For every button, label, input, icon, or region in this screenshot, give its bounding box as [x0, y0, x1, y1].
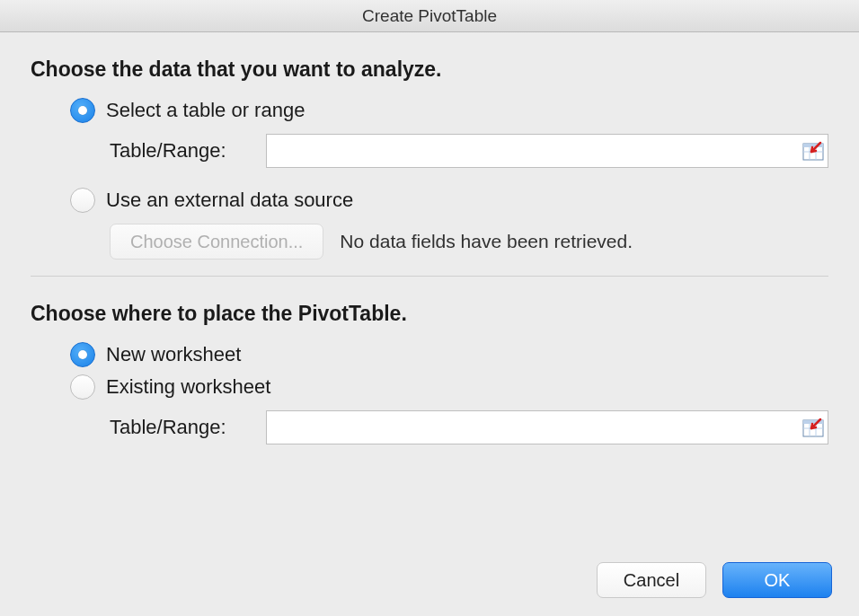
- label-table-range-source: Table/Range:: [110, 139, 253, 163]
- field-row-table-range-dest: Table/Range:: [110, 410, 828, 444]
- radio-label-external-source: Use an external data source: [106, 189, 353, 212]
- radio-label-new-worksheet: New worksheet: [106, 343, 241, 366]
- field-row-table-range-source: Table/Range:: [110, 134, 828, 168]
- section-choose-location: Choose where to place the PivotTable. Ne…: [31, 302, 828, 444]
- radio-new-worksheet[interactable]: [70, 342, 95, 367]
- input-table-range-dest[interactable]: [267, 411, 802, 444]
- radio-label-select-range: Select a table or range: [106, 99, 305, 122]
- section-divider: [31, 276, 828, 277]
- dialog-content: Choose the data that you want to analyze…: [0, 32, 859, 444]
- radio-existing-worksheet[interactable]: [70, 374, 95, 400]
- heading-choose-location: Choose where to place the PivotTable.: [31, 302, 828, 326]
- collapse-dialog-icon[interactable]: [802, 141, 824, 161]
- input-table-range-source[interactable]: [267, 135, 802, 167]
- radio-row-new-worksheet[interactable]: New worksheet: [70, 342, 828, 367]
- status-no-data-fields: No data fields have been retrieved.: [340, 231, 633, 252]
- input-wrap-table-range-dest: [266, 410, 828, 444]
- choose-connection-button: Choose Connection...: [110, 224, 323, 260]
- input-wrap-table-range-source: [266, 134, 828, 168]
- radio-label-existing-worksheet: Existing worksheet: [106, 375, 270, 399]
- radio-row-existing-worksheet[interactable]: Existing worksheet: [70, 374, 828, 400]
- section-choose-data: Choose the data that you want to analyze…: [31, 57, 828, 260]
- heading-choose-data: Choose the data that you want to analyze…: [31, 57, 828, 82]
- label-table-range-dest: Table/Range:: [110, 416, 253, 439]
- ok-button[interactable]: OK: [722, 562, 832, 598]
- dialog-titlebar: Create PivotTable: [0, 0, 859, 32]
- collapse-dialog-icon[interactable]: [802, 418, 824, 437]
- cancel-button[interactable]: Cancel: [597, 562, 706, 598]
- radio-external-source[interactable]: [70, 188, 95, 213]
- radio-row-select-range[interactable]: Select a table or range: [70, 98, 828, 123]
- row-choose-connection: Choose Connection... No data fields have…: [110, 224, 828, 260]
- dialog-title: Create PivotTable: [362, 6, 497, 26]
- radio-select-range[interactable]: [70, 98, 95, 123]
- radio-row-external-source[interactable]: Use an external data source: [70, 188, 828, 213]
- dialog-footer: Cancel OK: [597, 562, 832, 598]
